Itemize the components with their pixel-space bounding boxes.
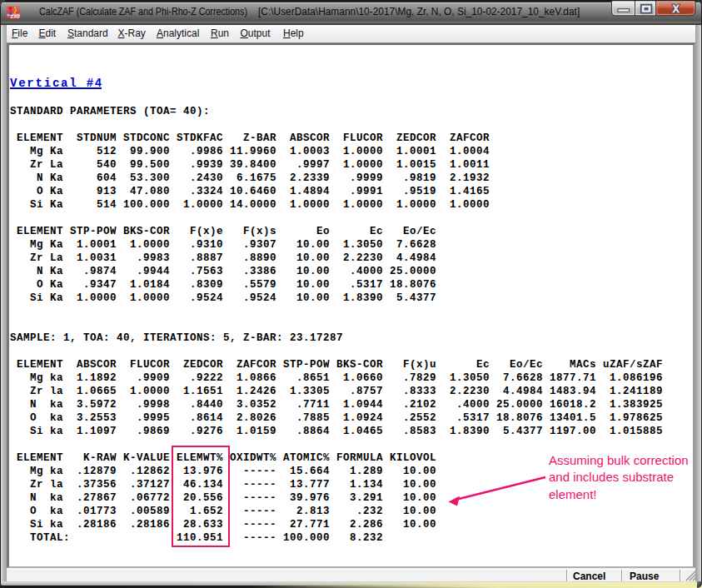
svg-text:ZAF: ZAF: [11, 14, 20, 19]
